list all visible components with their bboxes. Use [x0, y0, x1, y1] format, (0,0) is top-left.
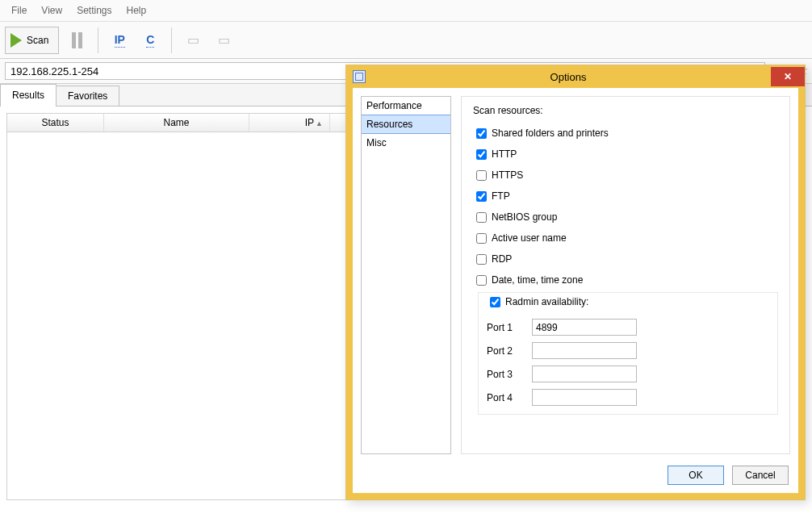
chk-netbios-label: NetBIOS group: [492, 211, 557, 223]
pause-icon: [65, 32, 89, 48]
chk-rdp[interactable]: [476, 254, 487, 265]
chk-http[interactable]: [476, 149, 487, 160]
list-tool-2[interactable]: ▭: [211, 27, 236, 53]
col-name[interactable]: Name: [104, 114, 249, 132]
menu-file[interactable]: File: [4, 2, 34, 19]
play-icon: [10, 33, 22, 48]
chk-ftp[interactable]: [476, 191, 487, 202]
menubar: File View Settings Help: [0, 0, 812, 22]
chk-shared[interactable]: [476, 128, 487, 139]
side-item-misc[interactable]: Misc: [362, 134, 450, 152]
col-ip-label: IP: [305, 117, 314, 128]
options-dialog: Options ✕ Performance Resources Misc Sca…: [345, 65, 806, 500]
scan-button[interactable]: Scan: [5, 27, 59, 54]
separator: [171, 27, 172, 53]
tree-icon: ▭: [187, 32, 199, 48]
list-tool-1[interactable]: ▭: [180, 27, 206, 53]
chk-activeuser[interactable]: [476, 233, 487, 244]
tree-icon: ▭: [218, 32, 230, 48]
ok-button[interactable]: OK: [668, 466, 724, 485]
chk-radmin[interactable]: [490, 297, 500, 307]
pause-button[interactable]: [64, 27, 90, 53]
port4-input[interactable]: [532, 389, 637, 406]
port1-label: Port 1: [487, 322, 521, 333]
side-item-resources[interactable]: Resources: [362, 115, 450, 134]
dialog-close-button[interactable]: ✕: [771, 67, 805, 86]
c-tool-button[interactable]: C: [137, 27, 163, 53]
dialog-body: Performance Resources Misc Scan resource…: [346, 88, 805, 499]
scan-button-label: Scan: [27, 35, 48, 46]
radmin-group: Radmin availability: Port 1 Port 2 Port …: [478, 292, 778, 415]
toolbar: Scan IP C ▭ ▭: [0, 22, 812, 59]
menu-settings[interactable]: Settings: [69, 2, 119, 19]
chk-https[interactable]: [476, 170, 487, 181]
menu-view[interactable]: View: [34, 2, 69, 19]
chk-http-label: HTTP: [492, 148, 517, 160]
chk-shared-label: Shared folders and printers: [492, 127, 609, 139]
tab-favorites[interactable]: Favorites: [56, 86, 119, 106]
chk-https-label: HTTPS: [492, 169, 523, 181]
port2-input[interactable]: [532, 342, 637, 359]
port4-label: Port 4: [487, 392, 521, 403]
dialog-side-list: Performance Resources Misc: [361, 96, 451, 454]
menu-help[interactable]: Help: [119, 2, 154, 19]
ip-icon: IP: [115, 33, 125, 48]
dialog-icon: [353, 70, 366, 83]
ip-tool-button[interactable]: IP: [107, 27, 132, 53]
col-status[interactable]: Status: [7, 114, 104, 132]
dialog-main: Performance Resources Misc Scan resource…: [361, 96, 790, 454]
chk-radmin-label: Radmin availability:: [505, 296, 588, 307]
scan-resources-label: Scan resources:: [473, 105, 778, 116]
port1-input[interactable]: [532, 319, 637, 336]
resources-panel: Scan resources: Shared folders and print…: [461, 96, 790, 454]
chk-ftp-label: FTP: [492, 190, 510, 202]
side-item-performance[interactable]: Performance: [362, 97, 450, 115]
port3-input[interactable]: [532, 366, 637, 382]
cancel-button[interactable]: Cancel: [732, 466, 789, 485]
chk-datetime[interactable]: [476, 275, 487, 286]
separator: [98, 27, 98, 53]
col-ip[interactable]: IP▲: [249, 114, 330, 132]
chk-activeuser-label: Active user name: [492, 232, 567, 244]
dialog-title: Options: [366, 71, 771, 83]
tab-results[interactable]: Results: [0, 84, 57, 106]
dialog-titlebar[interactable]: Options ✕: [346, 65, 805, 88]
port3-label: Port 3: [487, 369, 521, 380]
close-icon: ✕: [784, 71, 792, 82]
sort-asc-icon: ▲: [316, 119, 323, 127]
chk-datetime-label: Date, time, time zone: [492, 274, 583, 286]
chk-rdp-label: RDP: [492, 253, 512, 265]
dialog-buttons: OK Cancel: [361, 462, 790, 485]
chk-netbios[interactable]: [476, 212, 487, 223]
port2-label: Port 2: [487, 345, 521, 357]
c-icon: C: [146, 33, 154, 48]
